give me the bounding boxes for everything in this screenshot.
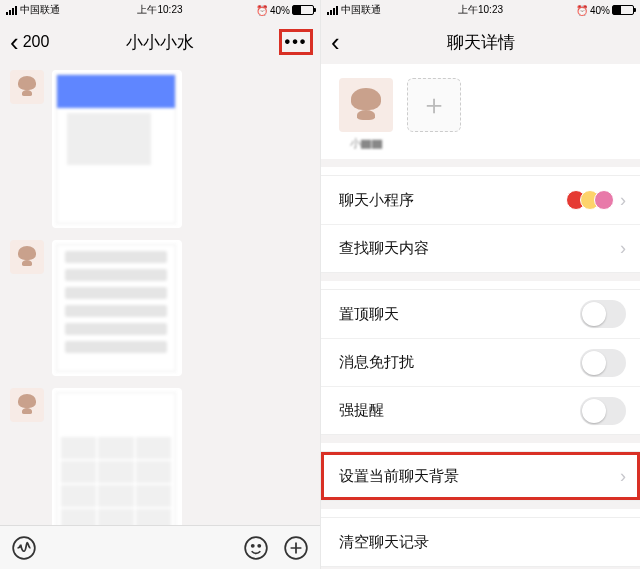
add-member-button[interactable]: ＋ (407, 78, 461, 132)
row-label: 强提醒 (339, 401, 384, 420)
member-name: 小▇▇ (350, 136, 383, 151)
message-bubble[interactable] (52, 388, 182, 525)
row-label: 查找聊天内容 (339, 239, 429, 258)
attachment-thumbnail (56, 74, 176, 224)
miniprogram-icons (572, 190, 614, 210)
status-time: 上午10:23 (137, 3, 182, 17)
alarm-icon: ⏰ (256, 5, 268, 16)
detail-nav: ‹ 聊天详情 (321, 20, 640, 64)
row-label: 置顶聊天 (339, 305, 399, 324)
chat-nav: ‹ 200 小小小水 ••• (0, 20, 320, 64)
chevron-right-icon: › (620, 190, 626, 211)
message-bubble[interactable] (52, 240, 182, 376)
avatar[interactable] (10, 70, 44, 104)
plus-circle-icon (283, 535, 309, 561)
avatar (339, 78, 393, 132)
row-label: 聊天小程序 (339, 191, 414, 210)
voice-button[interactable] (10, 534, 38, 562)
more-button[interactable]: ••• (280, 30, 312, 54)
chat-title: 小小小水 (126, 31, 194, 54)
carrier-label: 中国联通 (341, 3, 381, 17)
avatar[interactable] (10, 388, 44, 422)
chevron-right-icon: › (620, 238, 626, 259)
chevron-left-icon: ‹ (331, 29, 340, 55)
message-bubble[interactable] (52, 70, 182, 228)
battery-icon (292, 5, 314, 15)
message-item (0, 234, 320, 382)
row-sticky[interactable]: 置顶聊天 (321, 290, 640, 338)
chevron-right-icon: › (620, 466, 626, 487)
svg-point-0 (13, 537, 35, 559)
svg-point-2 (252, 544, 254, 546)
chat-screen: 中国联通 上午10:23 ⏰ 40% ‹ 200 小小小水 ••• (0, 0, 320, 569)
battery-pct: 40% (590, 5, 610, 16)
signal-icon (327, 6, 338, 15)
voice-icon (11, 535, 37, 561)
plus-icon: ＋ (420, 86, 448, 124)
carrier-label: 中国联通 (20, 3, 60, 17)
input-toolbar (0, 525, 320, 569)
status-bar: 中国联通 上午10:23 ⏰ 40% (321, 0, 640, 20)
smile-icon (243, 535, 269, 561)
row-set-background[interactable]: 设置当前聊天背景 › (321, 452, 640, 500)
toggle-mute[interactable] (580, 349, 626, 377)
chevron-left-icon: ‹ (10, 29, 19, 55)
row-miniprogram[interactable]: 聊天小程序 › (321, 176, 640, 224)
emoji-button[interactable] (242, 534, 270, 562)
row-label: 消息免打扰 (339, 353, 414, 372)
message-item (0, 64, 320, 234)
members-section: 小▇▇ ＋ (321, 64, 640, 159)
back-button[interactable]: ‹ (331, 29, 340, 55)
row-search-content[interactable]: 查找聊天内容 › (321, 224, 640, 272)
row-label: 设置当前聊天背景 (339, 467, 459, 486)
signal-icon (6, 6, 17, 15)
battery-icon (612, 5, 634, 15)
message-list[interactable] (0, 64, 320, 525)
row-mute[interactable]: 消息免打扰 (321, 338, 640, 386)
unread-count-badge: 200 (23, 33, 50, 51)
message-item (0, 382, 320, 525)
status-bar: 中国联通 上午10:23 ⏰ 40% (0, 0, 320, 20)
chat-detail-screen: 中国联通 上午10:23 ⏰ 40% ‹ 聊天详情 小▇▇ ＋ (320, 0, 640, 569)
alarm-icon: ⏰ (576, 5, 588, 16)
svg-point-1 (245, 537, 267, 559)
row-clear-history[interactable]: 清空聊天记录 (321, 518, 640, 566)
toggle-sticky[interactable] (580, 300, 626, 328)
back-button[interactable]: ‹ 200 (10, 29, 49, 55)
attachment-thumbnail (56, 244, 176, 372)
battery-pct: 40% (270, 5, 290, 16)
detail-body: 小▇▇ ＋ 聊天小程序 › 查找聊天内容 › (321, 64, 640, 569)
svg-point-3 (258, 544, 260, 546)
avatar[interactable] (10, 240, 44, 274)
page-title: 聊天详情 (447, 31, 515, 54)
member-item[interactable]: 小▇▇ (339, 78, 393, 151)
attachment-thumbnail (56, 392, 176, 525)
row-label: 清空聊天记录 (339, 533, 429, 552)
toggle-strong[interactable] (580, 397, 626, 425)
status-time: 上午10:23 (458, 3, 503, 17)
ellipsis-icon: ••• (285, 33, 308, 51)
row-strong-alert[interactable]: 强提醒 (321, 386, 640, 434)
add-button[interactable] (282, 534, 310, 562)
